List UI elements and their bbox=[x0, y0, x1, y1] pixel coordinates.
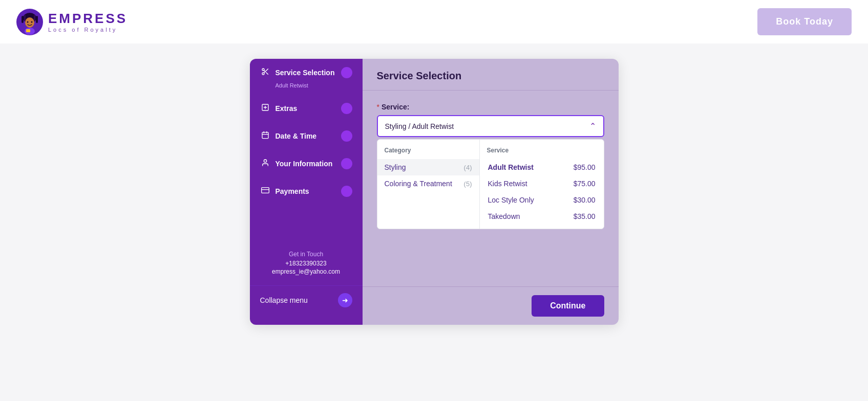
service-name-takedown: Takedown bbox=[488, 212, 520, 220]
collapse-menu-label: Collapse menu bbox=[260, 296, 308, 304]
svg-point-23 bbox=[264, 160, 266, 162]
collapse-menu-button[interactable]: Collapse menu ➜ bbox=[250, 285, 363, 315]
booking-widget: Service Selection Adult Retwist Extras bbox=[250, 59, 619, 325]
contact-email: empress_ie@yahoo.com bbox=[260, 268, 352, 275]
sidebar-item-label-payments: Payments bbox=[276, 187, 309, 195]
sidebar-badge-payments bbox=[341, 186, 352, 197]
header: EMPRESS Locs of Royalty Book Today bbox=[0, 0, 868, 43]
service-price-takedown: $35.00 bbox=[574, 212, 596, 220]
sidebar-item-payments[interactable]: Payments bbox=[250, 177, 363, 205]
category-column: Category Styling (4) Coloring & Treatmen… bbox=[377, 140, 480, 229]
collapse-arrow-icon: ➜ bbox=[338, 293, 352, 307]
sidebar-item-your-information[interactable]: Your Information bbox=[250, 150, 363, 177]
panel-body: * Service: Styling / Adult Retwist ⌃ Cat… bbox=[363, 91, 619, 286]
contact-title: Get in Touch bbox=[260, 251, 352, 258]
brand-subtitle: Locs of Royalty bbox=[48, 27, 128, 33]
main-panel: Service Selection * Service: Styling / A… bbox=[363, 59, 619, 325]
chevron-up-icon: ⌃ bbox=[589, 121, 596, 131]
calendar-icon bbox=[260, 131, 270, 141]
logo-text-group: EMPRESS Locs of Royalty bbox=[48, 11, 128, 33]
sidebar-badge-service-selection bbox=[341, 67, 352, 78]
sidebar-badge-extras bbox=[341, 103, 352, 114]
service-label-row: * Service: bbox=[377, 103, 604, 111]
service-field-label: Service: bbox=[382, 103, 409, 111]
svg-point-6 bbox=[25, 17, 34, 28]
sidebar-badge-your-information bbox=[341, 158, 352, 169]
svg-point-8 bbox=[31, 21, 33, 23]
contact-phone: +18323390323 bbox=[260, 260, 352, 267]
panel-title: Service Selection bbox=[377, 70, 604, 82]
credit-card-icon bbox=[260, 186, 270, 196]
book-today-button[interactable]: Book Today bbox=[757, 8, 852, 35]
category-name-coloring: Coloring & Treatment bbox=[385, 180, 452, 188]
category-item-styling[interactable]: Styling (4) bbox=[377, 159, 479, 175]
sidebar-item-service-selection[interactable]: Service Selection bbox=[250, 59, 363, 86]
svg-rect-4 bbox=[34, 15, 35, 21]
service-dropdown-panel: Category Styling (4) Coloring & Treatmen… bbox=[377, 139, 604, 229]
service-price-adult-retwist: $95.00 bbox=[574, 163, 596, 171]
service-price-loc-style-only: $30.00 bbox=[574, 196, 596, 204]
sidebar-spacer bbox=[250, 205, 363, 244]
service-name-loc-style-only: Loc Style Only bbox=[488, 196, 534, 204]
sidebar-item-label-your-information: Your Information bbox=[276, 160, 333, 168]
category-item-coloring[interactable]: Coloring & Treatment (5) bbox=[377, 175, 479, 192]
svg-rect-3 bbox=[24, 15, 26, 21]
required-star: * bbox=[377, 103, 379, 111]
svg-line-14 bbox=[266, 73, 268, 75]
panel-footer: Continue bbox=[363, 286, 619, 325]
sidebar-contact: Get in Touch +18323390323 empress_ie@yah… bbox=[250, 244, 363, 281]
sidebar-item-date-time[interactable]: Date & Time bbox=[250, 122, 363, 150]
service-dropdown-trigger[interactable]: Styling / Adult Retwist ⌃ bbox=[377, 115, 604, 137]
main-content: Service Selection Adult Retwist Extras bbox=[0, 43, 868, 340]
service-price-kids-retwist: $75.00 bbox=[574, 180, 596, 188]
logo-icon bbox=[16, 9, 43, 35]
dropdown-value: Styling / Adult Retwist bbox=[385, 122, 454, 130]
scissors-icon bbox=[260, 68, 270, 78]
svg-rect-19 bbox=[262, 132, 268, 139]
svg-rect-24 bbox=[261, 188, 269, 193]
category-count-coloring: (5) bbox=[464, 180, 472, 188]
sidebar-badge-date-time bbox=[341, 130, 352, 142]
panel-header: Service Selection bbox=[363, 59, 619, 91]
service-column: Service Adult Retwist $95.00 Kids Retwis… bbox=[480, 140, 604, 229]
sidebar-item-extras[interactable]: Extras bbox=[250, 95, 363, 122]
sidebar-item-label-service-selection: Service Selection bbox=[276, 69, 335, 77]
service-item-kids-retwist[interactable]: Kids Retwist $75.00 bbox=[480, 175, 604, 192]
category-col-header: Category bbox=[377, 144, 479, 159]
sidebar-item-label-date-time: Date & Time bbox=[276, 132, 317, 140]
service-dropdown-container: Styling / Adult Retwist ⌃ Category Styli… bbox=[377, 115, 604, 229]
category-count-styling: (4) bbox=[464, 164, 472, 171]
svg-line-15 bbox=[264, 70, 265, 72]
service-name-adult-retwist: Adult Retwist bbox=[488, 163, 534, 171]
service-item-takedown[interactable]: Takedown $35.00 bbox=[480, 208, 604, 225]
brand-name: EMPRESS bbox=[48, 11, 128, 27]
category-name-styling: Styling bbox=[385, 163, 406, 171]
service-item-adult-retwist[interactable]: Adult Retwist $95.00 bbox=[480, 159, 604, 175]
svg-rect-5 bbox=[36, 16, 38, 23]
logo-area: EMPRESS Locs of Royalty bbox=[16, 9, 128, 35]
user-icon bbox=[260, 159, 270, 169]
service-name-kids-retwist: Kids Retwist bbox=[488, 180, 527, 188]
service-item-loc-style-only[interactable]: Loc Style Only $30.00 bbox=[480, 192, 604, 208]
sidebar: Service Selection Adult Retwist Extras bbox=[250, 59, 363, 325]
continue-button[interactable]: Continue bbox=[532, 295, 604, 317]
service-col-header: Service bbox=[480, 144, 604, 159]
svg-rect-10 bbox=[26, 29, 30, 32]
svg-point-7 bbox=[27, 21, 29, 23]
plus-square-icon bbox=[260, 103, 270, 114]
svg-rect-2 bbox=[22, 16, 24, 23]
sidebar-item-label-extras: Extras bbox=[276, 104, 298, 113]
